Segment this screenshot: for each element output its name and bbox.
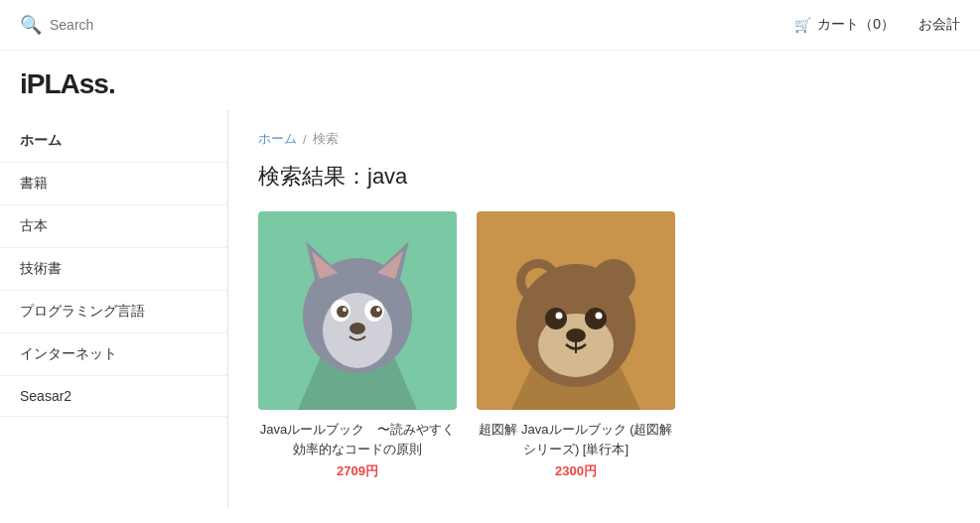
sidebar-item-seasar2[interactable]: Seasar2 — [0, 376, 227, 417]
logo[interactable]: iPLAss. — [20, 68, 115, 99]
product-card-0[interactable]: Javaルールブック 〜読みやすく効率的なコードの原則 2709円 — [258, 211, 457, 480]
top-bar: 🔍 🛒 カート（0） お会計 — [0, 0, 980, 51]
content-area: ホーム / 検索 検索結果：java — [228, 110, 980, 507]
sidebar-item-books[interactable]: 書籍 — [0, 163, 227, 205]
svg-point-12 — [343, 308, 347, 312]
breadcrumb-separator: / — [303, 132, 307, 147]
product-grid: Javaルールブック 〜読みやすく効率的なコードの原則 2709円 — [258, 211, 950, 480]
svg-point-25 — [596, 313, 603, 320]
svg-point-23 — [585, 308, 607, 329]
product-image-1 — [477, 211, 675, 410]
svg-point-24 — [556, 313, 563, 320]
logo-area: iPLAss. — [0, 51, 980, 110]
breadcrumb-home[interactable]: ホーム — [258, 130, 297, 148]
cart-icon: 🛒 — [794, 17, 811, 33]
sidebar-item-used[interactable]: 古本 — [0, 205, 227, 248]
sidebar-item-programming[interactable]: プログラミング言語 — [0, 291, 227, 333]
cart-label: カート（0） — [817, 16, 895, 34]
svg-point-10 — [337, 306, 349, 318]
search-icon: 🔍 — [20, 14, 42, 36]
sidebar: ホーム 書籍 古本 技術書 プログラミング言語 インターネット Seasar2 — [0, 110, 228, 507]
product-price-1: 2300円 — [477, 462, 675, 480]
top-right: 🛒 カート（0） お会計 — [794, 16, 960, 34]
account-button[interactable]: お会計 — [918, 16, 960, 34]
search-area: 🔍 — [20, 14, 209, 36]
sidebar-item-home[interactable]: ホーム — [0, 120, 227, 163]
cart-button[interactable]: 🛒 カート（0） — [794, 16, 895, 34]
product-card-1[interactable]: 超図解 Javaルールブック (超図解シリーズ) [単行本] 2300円 — [477, 211, 675, 480]
product-image-0 — [258, 211, 457, 410]
svg-point-11 — [370, 306, 382, 318]
svg-point-14 — [350, 323, 365, 334]
sidebar-item-internet[interactable]: インターネット — [0, 333, 227, 376]
svg-point-13 — [376, 308, 380, 312]
account-label: お会計 — [918, 16, 960, 32]
svg-point-26 — [566, 328, 586, 342]
breadcrumb-current: 検索 — [313, 130, 339, 148]
search-input[interactable] — [50, 17, 209, 33]
svg-point-22 — [545, 308, 567, 329]
breadcrumb: ホーム / 検索 — [258, 130, 950, 148]
product-title-1: 超図解 Javaルールブック (超図解シリーズ) [単行本] — [477, 420, 675, 458]
sidebar-item-tech[interactable]: 技術書 — [0, 248, 227, 291]
product-price-0: 2709円 — [258, 462, 457, 480]
product-title-0: Javaルールブック 〜読みやすく効率的なコードの原則 — [258, 420, 457, 458]
search-result-title: 検索結果：java — [258, 162, 950, 192]
main-layout: ホーム 書籍 古本 技術書 プログラミング言語 インターネット Seasar2 … — [0, 110, 980, 507]
